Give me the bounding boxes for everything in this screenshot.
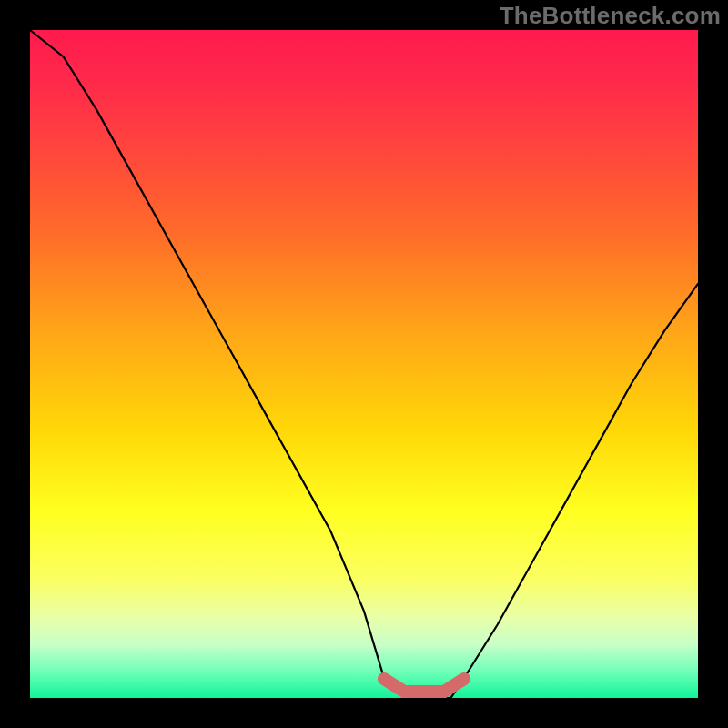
chart-frame: TheBottleneck.com: [0, 0, 728, 728]
optimal-region-marker: [384, 679, 464, 692]
bottleneck-chart-svg: [30, 30, 698, 698]
bottleneck-curve-path: [30, 30, 698, 698]
plot-area: [30, 30, 698, 698]
watermark-text: TheBottleneck.com: [500, 2, 721, 30]
